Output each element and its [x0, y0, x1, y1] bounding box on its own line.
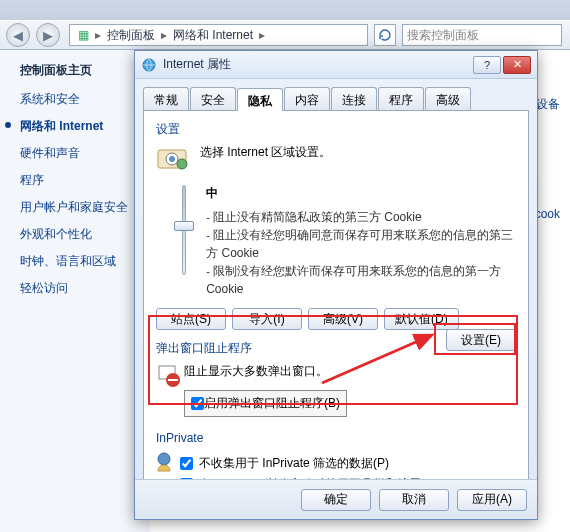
back-button[interactable]: ◀ [6, 23, 30, 47]
apply-button[interactable]: 应用(A) [457, 489, 527, 511]
search-placeholder: 搜索控制面板 [407, 27, 479, 44]
dialog-title: Internet 属性 [163, 56, 471, 73]
breadcrumb-seg-2[interactable]: 网络和 Internet [169, 27, 257, 44]
tab-security[interactable]: 安全 [190, 87, 236, 110]
sidebar-item-appearance[interactable]: 外观和个性化 [20, 226, 150, 243]
control-panel-icon: ▦ [74, 28, 93, 42]
address-bar: ◀ ▶ ▦ ▸ 控制面板 ▸ 网络和 Internet ▸ 搜索控制面板 [0, 20, 570, 50]
inprivate-nocollect-label: 不收集用于 InPrivate 筛选的数据(P) [199, 455, 389, 472]
privacy-level: 中 [206, 185, 516, 202]
tab-programs[interactable]: 程序 [378, 87, 424, 110]
zone-icon [156, 144, 192, 177]
close-button[interactable]: ✕ [503, 56, 531, 74]
tab-advanced[interactable]: 高级 [425, 87, 471, 110]
svg-point-4 [177, 159, 187, 169]
inprivate-section-header: InPrivate [156, 431, 516, 445]
tab-general[interactable]: 常规 [143, 87, 189, 110]
tab-content[interactable]: 内容 [284, 87, 330, 110]
inprivate-nocollect-checkbox[interactable] [180, 457, 193, 470]
settings-section-header: 设置 [156, 121, 516, 138]
zone-prompt: 选择 Internet 区域设置。 [200, 144, 516, 177]
dialog-titlebar[interactable]: Internet 属性 ? ✕ [135, 51, 537, 79]
breadcrumb-seg-1[interactable]: 控制面板 [103, 27, 159, 44]
dialog-footer: 确定 取消 应用(A) [135, 479, 537, 519]
sidebar-header: 控制面板主页 [20, 62, 150, 79]
ok-button[interactable]: 确定 [301, 489, 371, 511]
sidebar-item-programs[interactable]: 程序 [20, 172, 150, 189]
tab-privacy[interactable]: 隐私 [237, 88, 283, 111]
tab-strip: 常规 安全 隐私 内容 连接 程序 高级 [143, 87, 529, 111]
cancel-button[interactable]: 取消 [379, 489, 449, 511]
search-input[interactable]: 搜索控制面板 [402, 24, 562, 46]
tab-body-privacy: 设置 选择 Internet 区域设置。 中 - 阻止没有精简隐私政策的第三方 … [143, 111, 529, 489]
sidebar-item-network[interactable]: 网络和 Internet [20, 118, 150, 135]
sidebar: 控制面板主页 系统和安全 网络和 Internet 硬件和声音 程序 用户帐户和… [0, 50, 150, 532]
sidebar-item-accounts[interactable]: 用户帐户和家庭安全 [20, 199, 150, 216]
sidebar-item-clock[interactable]: 时钟、语言和区域 [20, 253, 150, 270]
sidebar-item-ease[interactable]: 轻松访问 [20, 280, 150, 297]
refresh-button[interactable] [374, 24, 396, 46]
internet-properties-dialog: Internet 属性 ? ✕ 常规 安全 隐私 内容 连接 程序 高级 设置 … [134, 50, 538, 520]
breadcrumb[interactable]: ▦ ▸ 控制面板 ▸ 网络和 Internet ▸ [69, 24, 368, 46]
privacy-desc: - 阻止没有精简隐私政策的第三方 Cookie - 阻止没有经您明确同意而保存可… [206, 208, 516, 298]
tab-connections[interactable]: 连接 [331, 87, 377, 110]
forward-button[interactable]: ▶ [36, 23, 60, 47]
highlight-box-settings-button [434, 323, 516, 355]
sidebar-item-system[interactable]: 系统和安全 [20, 91, 150, 108]
privacy-slider[interactable] [170, 185, 194, 275]
help-button[interactable]: ? [473, 56, 501, 74]
svg-point-3 [169, 156, 175, 162]
internet-icon [141, 57, 157, 73]
svg-point-8 [158, 453, 170, 465]
sidebar-item-hardware[interactable]: 硬件和声音 [20, 145, 150, 162]
